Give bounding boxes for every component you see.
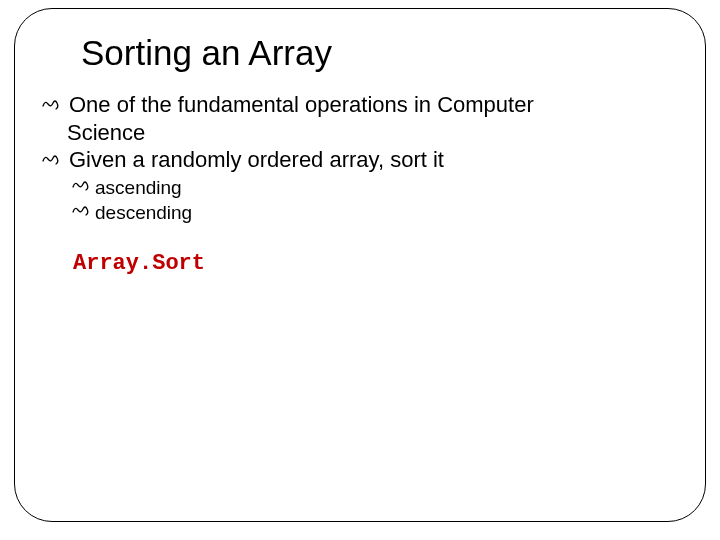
bullet-text: Given a randomly ordered array, sort it (69, 146, 444, 174)
bullet-text: ascending (95, 176, 182, 200)
bullet-subitem: ascending (71, 176, 677, 200)
slide-title: Sorting an Array (81, 33, 677, 73)
bullet-item: One of the fundamental operations in Com… (41, 91, 677, 119)
bullet-text: descending (95, 201, 192, 225)
bullet-glyph-icon (71, 201, 93, 224)
bullet-item: Given a randomly ordered array, sort it (41, 146, 677, 174)
bullet-text: One of the fundamental operations in Com… (69, 91, 534, 119)
bullet-glyph-icon (71, 176, 93, 199)
slide-frame: Sorting an Array One of the fundamental … (14, 8, 706, 522)
bullet-glyph-icon (41, 146, 67, 174)
bullet-subitem: descending (71, 201, 677, 225)
code-identifier: Array.Sort (73, 251, 677, 276)
bullet-glyph-icon (41, 91, 67, 119)
bullet-continuation: Science (67, 119, 677, 147)
